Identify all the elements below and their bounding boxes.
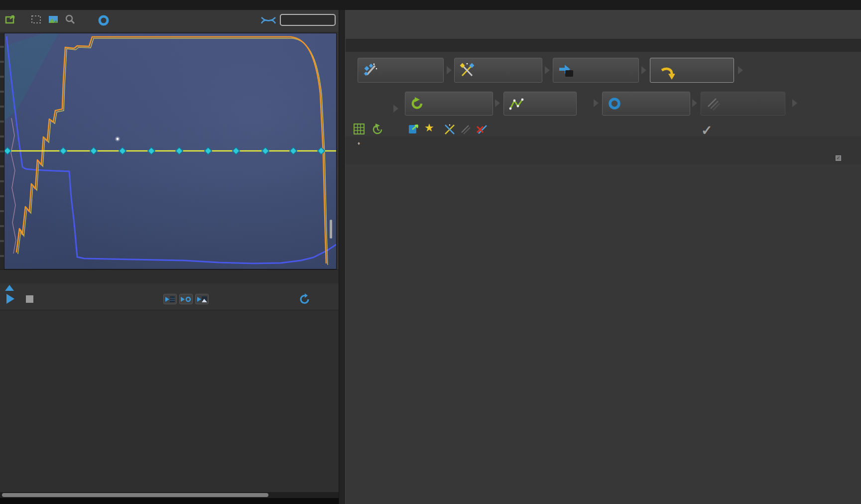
splitter-handle[interactable]	[330, 220, 332, 239]
preview-curves-plot	[4, 33, 337, 269]
arrow-icon	[181, 297, 185, 302]
save-xmp-icon	[558, 63, 574, 78]
flow-arrow	[692, 99, 697, 107]
star-dot	[117, 138, 119, 140]
image-glyph-icon	[202, 296, 207, 302]
flow-arrow	[495, 99, 500, 107]
deflicker-small-icon[interactable]	[460, 124, 472, 137]
deflicker-icon	[706, 97, 720, 111]
visual-previews-toggle-icon[interactable]	[98, 14, 110, 28]
jump-image-button[interactable]	[195, 294, 209, 304]
scrollbar-thumb[interactable]	[2, 493, 268, 497]
save-button[interactable]	[553, 58, 639, 83]
flow-arrow	[594, 99, 599, 107]
table-header: ♦ ✓	[346, 136, 861, 164]
table-icon[interactable]	[354, 124, 365, 136]
star-icon[interactable]: ★	[424, 122, 434, 134]
arrow-icon	[197, 297, 201, 302]
remove-deflicker-icon[interactable]	[476, 124, 489, 137]
arrow-icon	[165, 297, 169, 302]
col-hg-lum[interactable]	[819, 139, 859, 147]
ring-glyph-icon	[185, 296, 191, 302]
refresh-clock-icon[interactable]	[371, 124, 383, 137]
zoom-icon[interactable]	[65, 14, 76, 26]
flow-arrow	[447, 66, 452, 74]
left-panel	[0, 10, 339, 504]
create-keyframes-button[interactable]	[358, 58, 444, 83]
reload-button[interactable]	[405, 92, 493, 116]
image-icon[interactable]	[48, 14, 59, 26]
stop-button[interactable]	[26, 295, 33, 303]
right-panel: ★ ✓ ♦ ✓	[346, 10, 861, 504]
hg-leveling-checkbox[interactable]: ✓	[836, 155, 841, 161]
refresh-previews-button[interactable]	[299, 293, 311, 307]
table-body	[346, 164, 861, 504]
flow-arrow	[792, 99, 797, 107]
export-icon[interactable]	[408, 124, 420, 136]
table-toolbar: ★ ✓	[346, 123, 861, 137]
left-edge-strip[interactable]	[0, 33, 4, 269]
play-button[interactable]	[6, 294, 14, 304]
lightroom-arrow-icon	[660, 58, 675, 83]
wizard-wands-icon	[460, 63, 475, 78]
workflow-tabs	[346, 39, 861, 52]
jump-table-button[interactable]	[163, 294, 177, 304]
auto-transition-icon	[509, 97, 524, 111]
auto-transition-button[interactable]	[503, 92, 577, 116]
jump-previews-button[interactable]	[179, 294, 193, 304]
titlebar	[346, 10, 861, 39]
visual-previews-button[interactable]	[602, 92, 690, 116]
reload-icon	[410, 97, 424, 111]
tree-horizontal-scrollbar[interactable]	[0, 492, 339, 498]
visual-previews-icon	[608, 97, 621, 111]
selection-icon[interactable]	[31, 14, 42, 26]
panel-divider[interactable]	[339, 10, 346, 504]
keyframes-wand-icon	[363, 63, 378, 78]
search-input[interactable]	[280, 14, 336, 26]
camera-preview[interactable]	[4, 33, 337, 269]
bottom-strip	[0, 498, 339, 504]
compare-curves-icon[interactable]	[261, 16, 276, 27]
open-folder-icon[interactable]	[5, 14, 16, 26]
holy-grail-wizard-button[interactable]	[454, 58, 542, 83]
visual-deflicker-button[interactable]	[701, 92, 785, 116]
collapse-up-icon[interactable]	[5, 285, 14, 291]
flow-arrow	[545, 66, 550, 74]
menubar	[0, 0, 861, 10]
flow-arrow	[393, 105, 398, 113]
wizard-small-icon[interactable]	[444, 124, 456, 137]
preview-toolbar	[0, 10, 339, 32]
drag-to-lightroom-button[interactable]	[650, 58, 734, 83]
preview-statusbar	[0, 269, 339, 283]
table-glyph-icon	[170, 296, 175, 302]
flow-arrow	[738, 66, 743, 74]
marker-column-icon: ♦	[358, 140, 360, 146]
file-browser-tree	[0, 310, 339, 493]
flow-arrow	[641, 66, 646, 74]
